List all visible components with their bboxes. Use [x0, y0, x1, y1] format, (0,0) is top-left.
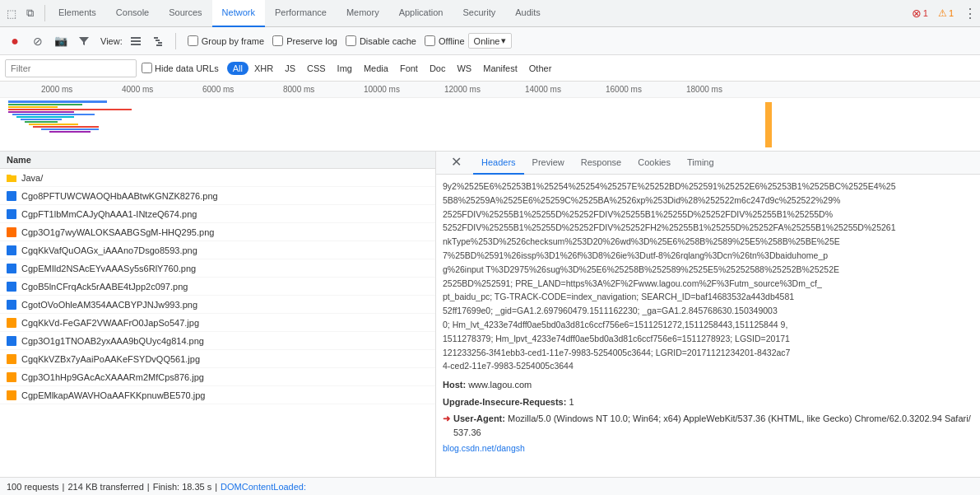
list-item[interactable]: CgotOVoOhleAM354AACBYPJNJw993.png — [0, 296, 435, 314]
file-name: Cgp3O1g1TNOAB2yxAAA9bQUyc4g814.png — [21, 336, 430, 346]
user-agent-block: ➜ User-Agent: Mozilla/5.0 (Windows NT 10… — [443, 412, 973, 439]
image-icon — [5, 316, 18, 329]
svg-rect-20 — [765, 102, 772, 147]
detail-tab-timing[interactable]: Timing — [679, 152, 722, 175]
net-list-body: Java/ Cgo8PFTUWCWAOQHbAABtwKGNZK8276.png… — [0, 169, 435, 477]
tab-security[interactable]: Security — [453, 0, 505, 27]
top-tab-bar: ⬚ ⧉ Elements Console Sources Network Per… — [0, 0, 980, 27]
detail-tab-cookies[interactable]: Cookies — [629, 152, 679, 175]
upgrade-block: Upgrade-Insecure-Requests: 1 — [443, 395, 973, 409]
filter-tab-doc[interactable]: Doc — [424, 62, 452, 75]
tick-16000: 16000 ms — [606, 85, 642, 94]
list-item[interactable]: Cgp3O1g7wyWALOKSAABGSgM-HHQ295.png — [0, 223, 435, 241]
list-view-button[interactable] — [126, 31, 146, 51]
filter-tab-ws[interactable]: WS — [451, 62, 477, 75]
file-name: CgpEMIld2NSAcEYvAAASy5s6RlY760.png — [21, 264, 430, 273]
list-item[interactable]: CgqKkVd-FeGAF2VWAAFrO0JapSo547.jpg — [0, 314, 435, 332]
file-name: CgotOVoOhleAM354AACBYPJNJw993.png — [21, 300, 430, 310]
list-item[interactable]: Cgp3O1g1TNOAB2yxAAA9bQUyc4g814.png — [0, 332, 435, 350]
svg-rect-13 — [16, 116, 74, 118]
devtools-icons: ⬚ ⧉ — [3, 5, 45, 21]
filter-tab-other[interactable]: Other — [523, 62, 558, 75]
filter-tab-img[interactable]: Img — [332, 62, 358, 75]
filter-button[interactable] — [74, 31, 94, 51]
file-name: CgpFT1lbMmCAJyQhAAA1-INtzeQ674.png — [21, 209, 430, 219]
preserve-log-checkbox[interactable]: Preserve log — [272, 35, 337, 46]
upgrade-label: Upgrade-Insecure-Requests: — [443, 397, 566, 407]
network-list: Name Java/ Cgo8PFTUWCWAOQHbAABtwKGNZK827… — [0, 152, 436, 477]
more-options-icon[interactable]: ⋮ — [964, 6, 977, 21]
detail-tab-response[interactable]: Response — [573, 152, 630, 175]
detail-tab-headers[interactable]: Headers — [473, 152, 524, 175]
filter-tab-all[interactable]: All — [227, 62, 248, 75]
list-item[interactable]: Cgo8PFTUWCWAOQHbAABtwKGNZK8276.png — [0, 187, 435, 205]
arrow-indicator: ➜ — [443, 412, 450, 426]
detail-panel: ✕ Headers Preview Response Cookies Timin… — [436, 152, 980, 477]
svg-rect-17 — [33, 126, 99, 128]
group-by-frame-checkbox[interactable]: Group by frame — [188, 35, 264, 46]
list-item[interactable]: CgpFT1lbMmCAJyQhAAA1-INtzeQ674.png — [0, 205, 435, 223]
filter-tab-media[interactable]: Media — [358, 62, 394, 75]
throttle-select[interactable]: Online ▾ — [468, 33, 513, 49]
detail-tab-preview[interactable]: Preview — [524, 152, 573, 175]
tab-console[interactable]: Console — [106, 0, 159, 27]
svg-rect-16 — [29, 124, 78, 125]
filter-row: Hide data URLs All XHR JS CSS Img Media … — [0, 55, 980, 82]
list-item[interactable]: CgpEMlkapAWAVHOaAAFKKpnuwBE570.jpg — [0, 386, 435, 404]
tick-8000: 8000 ms — [283, 85, 314, 94]
tab-performance[interactable]: Performance — [265, 0, 337, 27]
list-item[interactable]: CgqKkVafQuOAGx_iAAAno7Dsgo8593.png — [0, 241, 435, 259]
referer-block: blog.csdn.net/dangsh — [443, 442, 973, 455]
disable-cache-checkbox[interactable]: Disable cache — [346, 35, 416, 46]
svg-rect-12 — [12, 114, 95, 115]
list-item[interactable]: CgoB5lnCFrqAck5rAABE4tJpp2c097.png — [0, 278, 435, 296]
warn-badge: ⚠ 1 — [935, 0, 957, 27]
filter-tab-manifest[interactable]: Manifest — [477, 62, 523, 75]
record-button[interactable]: ● — [5, 31, 25, 51]
filter-tab-font[interactable]: Font — [394, 62, 424, 75]
sep1 — [175, 33, 176, 49]
tab-elements[interactable]: Elements — [49, 0, 106, 27]
tab-network[interactable]: Network — [212, 0, 265, 27]
list-item[interactable]: Cgp3O1hHp9GAcAcXAAARm2MfCps876.jpg — [0, 368, 435, 386]
tick-14000: 14000 ms — [525, 85, 561, 94]
detail-close-button[interactable]: ✕ — [443, 152, 470, 175]
file-name: CgqKkVafQuOAGx_iAAAno7Dsgo8593.png — [21, 245, 430, 255]
offline-checkbox[interactable]: Offline — [425, 35, 465, 46]
tab-application[interactable]: Application — [389, 0, 453, 27]
filter-tab-js[interactable]: JS — [279, 62, 301, 75]
tick-6000: 6000 ms — [202, 85, 234, 94]
net-list-header: Name — [0, 152, 435, 169]
view-label: View: — [100, 36, 123, 46]
waterfall-view-button[interactable] — [149, 31, 169, 51]
camera-button[interactable]: 📷 — [51, 31, 71, 51]
undock-icon[interactable]: ⧉ — [21, 5, 38, 21]
tab-audits[interactable]: Audits — [505, 0, 550, 27]
tick-2000: 2000 ms — [41, 85, 72, 94]
timeline-area: 2000 ms 4000 ms 6000 ms 8000 ms 10000 ms… — [0, 82, 980, 152]
dock-icon[interactable]: ⬚ — [3, 5, 20, 21]
file-name: CgqKkVd-FeGAF2VWAAFrO0JapSo547.jpg — [21, 318, 430, 328]
hide-data-urls-checkbox[interactable]: Hide data URLs — [142, 63, 219, 73]
dom-content-loaded-link[interactable]: DOMContentLoaded: — [221, 482, 306, 492]
tab-memory[interactable]: Memory — [337, 0, 389, 27]
tab-sources[interactable]: Sources — [159, 0, 211, 27]
host-label: Host: — [443, 380, 466, 390]
folder-icon — [5, 171, 18, 184]
cookie-value-block: 9y2%2525E6%25253B1%25254%25254%25257E%25… — [443, 180, 973, 373]
clear-button[interactable]: ⊘ — [28, 31, 48, 51]
timeline-chart — [0, 98, 980, 152]
list-item[interactable]: Java/ — [0, 169, 435, 187]
svg-rect-15 — [25, 121, 58, 123]
list-item[interactable]: CgqKkVZBx7yAaiPoAAKeFSYDvQQ561.jpg — [0, 350, 435, 368]
image-icon — [5, 226, 18, 239]
list-item[interactable]: CgpEMIld2NSAcEYvAAASy5s6RlY760.png — [0, 259, 435, 278]
host-block: Host: www.lagou.com — [443, 378, 973, 392]
svg-rect-3 — [154, 37, 158, 39]
svg-rect-19 — [49, 131, 91, 133]
filter-tab-css[interactable]: CSS — [301, 62, 332, 75]
svg-rect-4 — [156, 40, 160, 41]
filter-tab-xhr[interactable]: XHR — [248, 62, 279, 75]
filter-input[interactable] — [5, 59, 137, 77]
file-name: CgqKkVZBx7yAaiPoAAKeFSYDvQQ561.jpg — [21, 354, 430, 364]
